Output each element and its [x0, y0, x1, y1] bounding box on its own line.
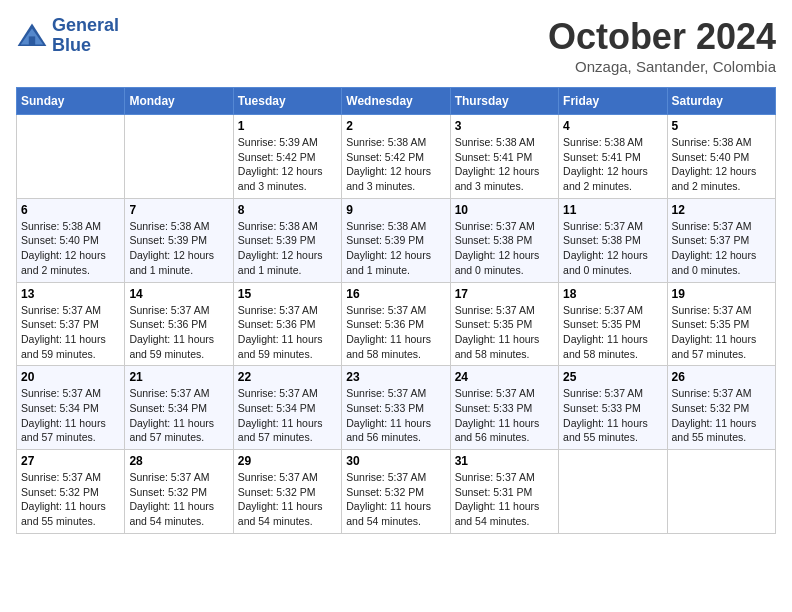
day-info: Sunrise: 5:38 AM Sunset: 5:41 PM Dayligh…: [455, 135, 554, 194]
day-number: 20: [21, 370, 120, 384]
day-info: Sunrise: 5:38 AM Sunset: 5:41 PM Dayligh…: [563, 135, 662, 194]
day-header-friday: Friday: [559, 88, 667, 115]
calendar-cell: 24Sunrise: 5:37 AM Sunset: 5:33 PM Dayli…: [450, 366, 558, 450]
calendar-cell: [559, 450, 667, 534]
calendar-cell: 16Sunrise: 5:37 AM Sunset: 5:36 PM Dayli…: [342, 282, 450, 366]
calendar-cell: 8Sunrise: 5:38 AM Sunset: 5:39 PM Daylig…: [233, 198, 341, 282]
calendar-cell: 28Sunrise: 5:37 AM Sunset: 5:32 PM Dayli…: [125, 450, 233, 534]
day-info: Sunrise: 5:39 AM Sunset: 5:42 PM Dayligh…: [238, 135, 337, 194]
logo: General Blue: [16, 16, 119, 56]
day-number: 10: [455, 203, 554, 217]
calendar-cell: 9Sunrise: 5:38 AM Sunset: 5:39 PM Daylig…: [342, 198, 450, 282]
day-number: 26: [672, 370, 771, 384]
calendar-cell: 25Sunrise: 5:37 AM Sunset: 5:33 PM Dayli…: [559, 366, 667, 450]
calendar-cell: 4Sunrise: 5:38 AM Sunset: 5:41 PM Daylig…: [559, 115, 667, 199]
logo-line2: Blue: [52, 35, 91, 55]
day-info: Sunrise: 5:37 AM Sunset: 5:38 PM Dayligh…: [455, 219, 554, 278]
calendar-cell: 19Sunrise: 5:37 AM Sunset: 5:35 PM Dayli…: [667, 282, 775, 366]
day-number: 11: [563, 203, 662, 217]
day-info: Sunrise: 5:37 AM Sunset: 5:32 PM Dayligh…: [21, 470, 120, 529]
day-info: Sunrise: 5:37 AM Sunset: 5:37 PM Dayligh…: [672, 219, 771, 278]
day-number: 6: [21, 203, 120, 217]
day-number: 28: [129, 454, 228, 468]
day-info: Sunrise: 5:38 AM Sunset: 5:39 PM Dayligh…: [238, 219, 337, 278]
page-header: General Blue October 2024 Onzaga, Santan…: [16, 16, 776, 75]
day-number: 2: [346, 119, 445, 133]
week-row-4: 20Sunrise: 5:37 AM Sunset: 5:34 PM Dayli…: [17, 366, 776, 450]
day-number: 21: [129, 370, 228, 384]
day-header-thursday: Thursday: [450, 88, 558, 115]
day-info: Sunrise: 5:38 AM Sunset: 5:39 PM Dayligh…: [346, 219, 445, 278]
month-title: October 2024: [548, 16, 776, 58]
calendar-cell: 1Sunrise: 5:39 AM Sunset: 5:42 PM Daylig…: [233, 115, 341, 199]
day-header-monday: Monday: [125, 88, 233, 115]
day-number: 14: [129, 287, 228, 301]
title-block: October 2024 Onzaga, Santander, Colombia: [548, 16, 776, 75]
calendar-cell: 13Sunrise: 5:37 AM Sunset: 5:37 PM Dayli…: [17, 282, 125, 366]
calendar-cell: 18Sunrise: 5:37 AM Sunset: 5:35 PM Dayli…: [559, 282, 667, 366]
week-row-2: 6Sunrise: 5:38 AM Sunset: 5:40 PM Daylig…: [17, 198, 776, 282]
day-info: Sunrise: 5:37 AM Sunset: 5:31 PM Dayligh…: [455, 470, 554, 529]
day-info: Sunrise: 5:37 AM Sunset: 5:33 PM Dayligh…: [455, 386, 554, 445]
day-header-saturday: Saturday: [667, 88, 775, 115]
day-info: Sunrise: 5:37 AM Sunset: 5:37 PM Dayligh…: [21, 303, 120, 362]
day-number: 5: [672, 119, 771, 133]
calendar-cell: 30Sunrise: 5:37 AM Sunset: 5:32 PM Dayli…: [342, 450, 450, 534]
calendar-cell: 10Sunrise: 5:37 AM Sunset: 5:38 PM Dayli…: [450, 198, 558, 282]
calendar-cell: 2Sunrise: 5:38 AM Sunset: 5:42 PM Daylig…: [342, 115, 450, 199]
day-number: 16: [346, 287, 445, 301]
day-number: 25: [563, 370, 662, 384]
day-info: Sunrise: 5:37 AM Sunset: 5:35 PM Dayligh…: [672, 303, 771, 362]
svg-rect-2: [29, 36, 35, 46]
day-number: 22: [238, 370, 337, 384]
day-number: 15: [238, 287, 337, 301]
calendar-cell: 23Sunrise: 5:37 AM Sunset: 5:33 PM Dayli…: [342, 366, 450, 450]
calendar-cell: 15Sunrise: 5:37 AM Sunset: 5:36 PM Dayli…: [233, 282, 341, 366]
calendar-cell: 27Sunrise: 5:37 AM Sunset: 5:32 PM Dayli…: [17, 450, 125, 534]
day-number: 23: [346, 370, 445, 384]
day-info: Sunrise: 5:37 AM Sunset: 5:33 PM Dayligh…: [346, 386, 445, 445]
day-info: Sunrise: 5:37 AM Sunset: 5:34 PM Dayligh…: [238, 386, 337, 445]
day-info: Sunrise: 5:37 AM Sunset: 5:35 PM Dayligh…: [455, 303, 554, 362]
calendar-cell: 6Sunrise: 5:38 AM Sunset: 5:40 PM Daylig…: [17, 198, 125, 282]
day-info: Sunrise: 5:37 AM Sunset: 5:32 PM Dayligh…: [129, 470, 228, 529]
calendar-header-row: SundayMondayTuesdayWednesdayThursdayFrid…: [17, 88, 776, 115]
day-number: 8: [238, 203, 337, 217]
day-number: 9: [346, 203, 445, 217]
day-number: 17: [455, 287, 554, 301]
day-header-tuesday: Tuesday: [233, 88, 341, 115]
week-row-3: 13Sunrise: 5:37 AM Sunset: 5:37 PM Dayli…: [17, 282, 776, 366]
day-number: 3: [455, 119, 554, 133]
day-number: 18: [563, 287, 662, 301]
day-number: 31: [455, 454, 554, 468]
calendar-cell: 29Sunrise: 5:37 AM Sunset: 5:32 PM Dayli…: [233, 450, 341, 534]
day-info: Sunrise: 5:37 AM Sunset: 5:32 PM Dayligh…: [346, 470, 445, 529]
day-number: 7: [129, 203, 228, 217]
calendar-cell: 11Sunrise: 5:37 AM Sunset: 5:38 PM Dayli…: [559, 198, 667, 282]
day-info: Sunrise: 5:37 AM Sunset: 5:32 PM Dayligh…: [672, 386, 771, 445]
day-info: Sunrise: 5:37 AM Sunset: 5:36 PM Dayligh…: [238, 303, 337, 362]
calendar-cell: 5Sunrise: 5:38 AM Sunset: 5:40 PM Daylig…: [667, 115, 775, 199]
calendar-cell: [667, 450, 775, 534]
day-info: Sunrise: 5:38 AM Sunset: 5:40 PM Dayligh…: [672, 135, 771, 194]
day-header-wednesday: Wednesday: [342, 88, 450, 115]
day-info: Sunrise: 5:37 AM Sunset: 5:35 PM Dayligh…: [563, 303, 662, 362]
day-number: 30: [346, 454, 445, 468]
week-row-5: 27Sunrise: 5:37 AM Sunset: 5:32 PM Dayli…: [17, 450, 776, 534]
location: Onzaga, Santander, Colombia: [548, 58, 776, 75]
day-info: Sunrise: 5:38 AM Sunset: 5:40 PM Dayligh…: [21, 219, 120, 278]
day-number: 29: [238, 454, 337, 468]
day-info: Sunrise: 5:38 AM Sunset: 5:42 PM Dayligh…: [346, 135, 445, 194]
calendar-cell: 12Sunrise: 5:37 AM Sunset: 5:37 PM Dayli…: [667, 198, 775, 282]
day-number: 1: [238, 119, 337, 133]
logo-icon: [16, 22, 48, 50]
calendar-cell: 21Sunrise: 5:37 AM Sunset: 5:34 PM Dayli…: [125, 366, 233, 450]
calendar-cell: 7Sunrise: 5:38 AM Sunset: 5:39 PM Daylig…: [125, 198, 233, 282]
calendar-cell: 20Sunrise: 5:37 AM Sunset: 5:34 PM Dayli…: [17, 366, 125, 450]
calendar-cell: 31Sunrise: 5:37 AM Sunset: 5:31 PM Dayli…: [450, 450, 558, 534]
day-header-sunday: Sunday: [17, 88, 125, 115]
day-number: 24: [455, 370, 554, 384]
calendar-cell: [125, 115, 233, 199]
calendar-cell: 3Sunrise: 5:38 AM Sunset: 5:41 PM Daylig…: [450, 115, 558, 199]
day-info: Sunrise: 5:37 AM Sunset: 5:38 PM Dayligh…: [563, 219, 662, 278]
